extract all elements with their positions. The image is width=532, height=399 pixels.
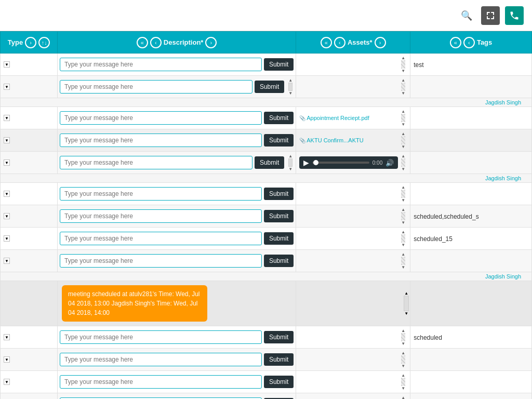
volume-icon[interactable]: 🔊: [385, 159, 394, 167]
play-button[interactable]: ▶: [303, 158, 309, 167]
desc-cell: Submit: [57, 228, 296, 250]
submit-button[interactable]: Submit: [264, 58, 294, 71]
scrollbar-up-assets[interactable]: ▲: [401, 154, 405, 158]
assets-nav-next[interactable]: ›: [375, 37, 386, 48]
scrollbar-down-assets[interactable]: ▼: [401, 220, 405, 225]
scrollbar-up-assets[interactable]: ▲: [401, 373, 405, 378]
type-nav-right[interactable]: ›: [25, 37, 36, 48]
expand-icon[interactable]: [481, 6, 500, 25]
type-cell: ▼: [1, 183, 58, 205]
type-dropdown[interactable]: ▼: [4, 137, 10, 143]
submit-button[interactable]: Submit: [264, 232, 294, 245]
assets-cell: ▶ 0:00 🔊 ▲ ▼: [296, 152, 410, 174]
aktu-link[interactable]: 📎 AKTU Confirm...AKTU: [299, 137, 363, 143]
tags-nav-prev[interactable]: ‹: [463, 37, 475, 48]
scrollbar-down-assets[interactable]: ▼: [401, 144, 405, 149]
type-dropdown[interactable]: ▼: [4, 191, 10, 197]
scrollbar-down-meeting[interactable]: ▼: [404, 311, 408, 316]
scrollbar-down-assets[interactable]: ▼: [401, 243, 405, 247]
message-input[interactable]: [60, 134, 262, 147]
scrollbar-down-assets[interactable]: ▼: [401, 364, 405, 368]
submit-button[interactable]: Submit: [264, 112, 294, 124]
type-dropdown[interactable]: ▼: [4, 379, 10, 385]
scrollbar-up-assets[interactable]: ▲: [401, 109, 405, 114]
scrollbar-down-assets[interactable]: ▼: [401, 341, 405, 346]
scrollbar-down-assets[interactable]: ▼: [401, 91, 405, 96]
message-input[interactable]: [60, 209, 262, 223]
type-cell: ▼: [1, 228, 58, 250]
scrollbar-down-desc[interactable]: ▼: [288, 91, 292, 96]
scrollbar-up-assets[interactable]: ▲: [401, 395, 405, 399]
audio-progress[interactable]: [312, 162, 369, 164]
submit-button[interactable]: Submit: [264, 188, 294, 200]
tag-value: scheduled_15: [414, 235, 453, 243]
type-dropdown[interactable]: ▼: [4, 115, 10, 121]
type-cell: ▼: [1, 205, 58, 228]
tags-cell: [410, 250, 532, 272]
type-dropdown[interactable]: ▼: [4, 356, 10, 363]
meeting-bubble: meeting scheduled at atulv281's Time: We…: [62, 285, 207, 322]
scrollbar-up-desc[interactable]: ▲: [288, 78, 292, 83]
scrollbar-up-assets[interactable]: ▲: [401, 351, 405, 355]
table-row: ▼ Submit ▲ ▼: [1, 326, 532, 349]
type-dropdown[interactable]: ▼: [4, 213, 10, 219]
message-input[interactable]: [60, 254, 262, 268]
scrollbar-up-assets[interactable]: ▲: [401, 185, 405, 190]
scrollbar-down-assets[interactable]: ▼: [401, 198, 405, 203]
message-input[interactable]: [60, 58, 262, 71]
message-input[interactable]: [60, 353, 262, 366]
message-input[interactable]: [60, 156, 252, 169]
scrollbar-up-assets[interactable]: ▲: [401, 328, 405, 333]
submit-button[interactable]: Submit: [264, 353, 294, 366]
submit-button[interactable]: Submit: [264, 255, 294, 267]
asset-content: 📎 AKTU Confirm...AKTU: [299, 137, 363, 143]
type-dropdown[interactable]: ▼: [4, 334, 10, 340]
scrollbar-down-assets[interactable]: ▼: [401, 69, 405, 73]
message-input[interactable]: [60, 111, 262, 125]
submit-button[interactable]: Submit: [264, 331, 294, 343]
scrollbar-up-desc[interactable]: ▲: [288, 154, 292, 158]
scrollbar-up-assets[interactable]: ▲: [401, 131, 405, 136]
scrollbar-down-desc[interactable]: ▼: [288, 167, 292, 171]
tags-nav-prev-double[interactable]: «: [450, 37, 461, 48]
audio-time: 0:00: [373, 160, 382, 166]
scrollbar-down-assets[interactable]: ▼: [401, 122, 405, 127]
submit-button[interactable]: Submit: [255, 81, 284, 93]
submit-button[interactable]: Submit: [264, 134, 294, 147]
appointment-link[interactable]: 📎 Appointment Reciept.pdf: [299, 115, 369, 121]
scrollbar-down-assets[interactable]: ▼: [401, 167, 405, 171]
submit-button[interactable]: Submit: [255, 156, 284, 169]
scrollbar-up-assets[interactable]: ▲: [401, 207, 405, 212]
desc-nav-next[interactable]: ›: [205, 37, 217, 48]
desc-cell: Submit: [57, 54, 296, 76]
scrollbar-up-assets[interactable]: ▲: [401, 230, 405, 234]
type-dropdown[interactable]: ▼: [4, 84, 10, 90]
type-cell: ▼: [1, 371, 58, 393]
type-dropdown[interactable]: ▼: [4, 61, 10, 68]
scrollbar-down-assets[interactable]: ▼: [401, 265, 405, 270]
assets-cell: ▲ ▼: [296, 205, 410, 228]
scrollbar-up-assets[interactable]: ▲: [401, 78, 405, 83]
type-sort[interactable]: ↑↓: [38, 37, 50, 48]
type-dropdown[interactable]: ▼: [4, 159, 10, 166]
message-input[interactable]: [60, 375, 262, 389]
type-dropdown[interactable]: ▼: [4, 258, 10, 264]
scrollbar-up-assets[interactable]: ▲: [401, 56, 405, 60]
desc-nav-prev-double[interactable]: «: [137, 37, 148, 48]
scrollbar-up-meeting[interactable]: ▲: [404, 291, 408, 296]
desc-nav-prev[interactable]: ‹: [150, 37, 162, 48]
table-row: meeting scheduled at atulv281's Time: We…: [1, 281, 532, 326]
scrollbar-up-assets[interactable]: ▲: [401, 252, 405, 257]
assets-nav-prev-double[interactable]: «: [321, 37, 332, 48]
message-input[interactable]: [60, 232, 262, 245]
submit-button[interactable]: Submit: [264, 376, 294, 388]
assets-nav-prev[interactable]: ‹: [334, 37, 345, 48]
scrollbar-down-assets[interactable]: ▼: [401, 386, 405, 391]
phone-icon[interactable]: [505, 6, 524, 25]
submit-button[interactable]: Submit: [264, 210, 294, 222]
search-icon[interactable]: 🔍: [457, 6, 476, 25]
type-dropdown[interactable]: ▼: [4, 235, 10, 242]
message-input[interactable]: [60, 187, 262, 201]
message-input[interactable]: [60, 80, 252, 94]
message-input[interactable]: [60, 330, 262, 344]
